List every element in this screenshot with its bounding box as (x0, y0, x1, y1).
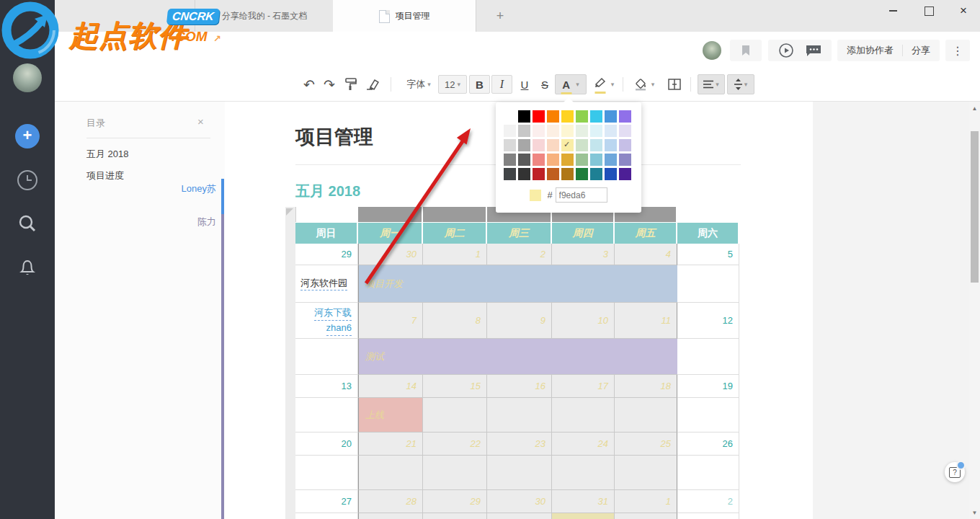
font-color-button[interactable]: A ▾ (555, 74, 587, 94)
calendar-date-cell[interactable]: 14 (358, 375, 423, 398)
insert-table-button[interactable] (664, 68, 685, 100)
day-header-wed[interactable]: 周三 (487, 222, 552, 244)
calendar-date-cell[interactable]: 29 (423, 490, 487, 513)
window-maximize-button[interactable] (918, 0, 940, 22)
underline-button[interactable]: U (516, 68, 533, 100)
window-close-button[interactable]: × (953, 0, 974, 22)
font-family-dropdown[interactable]: 字体 ▾ (401, 68, 437, 100)
calendar-date-cell[interactable]: 15 (423, 375, 487, 398)
share-button[interactable]: 分享 (903, 44, 939, 57)
color-swatch[interactable] (590, 154, 602, 166)
calendar-empty-cell[interactable] (295, 456, 358, 490)
calendar-date-cell[interactable]: 31 (552, 490, 615, 513)
format-painter-button[interactable] (342, 68, 360, 100)
calendar-empty-cell[interactable] (295, 513, 358, 519)
color-swatch[interactable] (576, 139, 588, 151)
calendar-empty-cell[interactable] (487, 456, 552, 490)
recent-button[interactable] (16, 169, 39, 192)
more-menu-button[interactable]: ⋮ (945, 40, 970, 61)
color-swatch[interactable] (561, 154, 574, 166)
calendar-date-cell[interactable]: 3 (552, 244, 615, 265)
new-tab-button[interactable]: + (486, 0, 514, 32)
calendar-empty-cell[interactable] (677, 456, 739, 490)
color-swatch[interactable] (576, 110, 588, 123)
undo-button[interactable]: ↶ (300, 68, 318, 100)
calendar-date-cell[interactable]: 5 (677, 244, 739, 265)
scroll-up-button[interactable]: ▲ (969, 103, 980, 113)
color-swatch[interactable] (547, 139, 559, 151)
day-header-tue[interactable]: 周二 (423, 222, 487, 244)
calendar-date-cell[interactable]: 10 (552, 303, 615, 339)
calendar-date-cell[interactable]: 1 (615, 490, 677, 513)
color-swatch[interactable] (533, 154, 545, 166)
vertical-scrollbar[interactable]: ▲ ▼ (969, 102, 980, 519)
calendar-date-cell[interactable]: 12 (677, 303, 739, 339)
bookmark-button[interactable] (730, 40, 762, 61)
event-cell-launch[interactable]: 上线 (358, 398, 423, 432)
calendar-date-cell[interactable]: 7 (358, 303, 423, 339)
color-swatch[interactable] (518, 168, 530, 180)
calendar-date-cell[interactable]: 1 (423, 244, 487, 265)
calendar-date-cell[interactable]: 4 (615, 244, 677, 265)
table-select-all-handle[interactable] (286, 208, 293, 216)
calendar-date-cell[interactable]: 21 (358, 432, 423, 456)
calendar-empty-cell[interactable] (677, 339, 739, 375)
font-size-dropdown[interactable]: 12 ▾ (438, 75, 467, 94)
color-swatch[interactable]: ✓ (561, 139, 574, 151)
color-swatch[interactable] (504, 168, 516, 180)
search-button[interactable] (16, 212, 39, 235)
color-swatch[interactable] (605, 125, 617, 137)
redo-button[interactable]: ↷ (320, 68, 339, 100)
calendar-date-cell[interactable]: 27 (295, 490, 358, 513)
color-swatch[interactable] (619, 154, 631, 166)
color-swatch[interactable] (533, 168, 545, 180)
hex-color-input[interactable] (556, 187, 607, 203)
calendar-date-cell[interactable]: 30 (487, 490, 552, 513)
calendar-date-cell[interactable]: 22 (423, 432, 487, 456)
calendar-date-cell[interactable]: 16 (487, 375, 552, 398)
calendar-empty-cell[interactable] (423, 398, 487, 432)
close-panel-button[interactable]: × (197, 115, 204, 128)
color-swatch[interactable] (518, 154, 530, 166)
calendar-empty-cell[interactable] (615, 456, 677, 490)
event-cell-test[interactable]: 测试 (358, 339, 677, 375)
italic-button[interactable]: I (491, 75, 512, 94)
calendar-empty-cell[interactable] (487, 513, 552, 519)
tab-project-management[interactable]: 项目管理 (333, 0, 476, 32)
color-swatch[interactable] (547, 125, 559, 137)
profile-avatar[interactable] (13, 63, 42, 92)
color-swatch[interactable] (576, 168, 588, 180)
color-swatch[interactable] (547, 110, 559, 123)
document-title[interactable]: 项目管理 (295, 124, 373, 150)
calendar-empty-cell[interactable] (615, 398, 677, 432)
calendar-empty-cell[interactable] (358, 513, 423, 519)
color-swatch[interactable] (619, 110, 631, 123)
linked-text[interactable]: 河东软件园 (300, 277, 347, 290)
day-header-sun[interactable]: 周日 (295, 222, 358, 244)
color-swatch[interactable] (504, 125, 516, 137)
calendar-date-cell[interactable]: 2 (677, 490, 739, 513)
calendar-date-cell[interactable]: 8 (423, 303, 487, 339)
color-swatch[interactable] (605, 168, 617, 180)
calendar-date-cell[interactable]: 24 (552, 432, 615, 456)
calendar-empty-cell[interactable] (552, 456, 615, 490)
calendar-date-cell[interactable]: 13 (295, 375, 358, 398)
calendar-empty-cell[interactable] (295, 339, 358, 375)
calendar-date-cell[interactable]: 26 (677, 432, 739, 456)
outline-item-may-2018[interactable]: 五月 2018 (86, 148, 129, 161)
create-document-button[interactable]: + (15, 124, 40, 148)
calendar-empty-cell[interactable] (295, 398, 358, 432)
calendar-date-cell[interactable]: 20 (295, 432, 358, 456)
calendar-empty-cell[interactable] (552, 398, 615, 432)
color-swatch[interactable] (590, 168, 602, 180)
color-swatch[interactable] (576, 154, 588, 166)
clear-format-button[interactable] (363, 68, 382, 100)
user-avatar[interactable] (703, 41, 721, 60)
calendar-date-cell[interactable]: 9 (487, 303, 552, 339)
scrollbar-thumb[interactable] (971, 131, 979, 283)
highlight-color-button[interactable]: ▾ (589, 68, 618, 100)
event-cell-partial[interactable] (552, 513, 615, 519)
color-swatch[interactable] (619, 139, 631, 151)
add-collaborator-button[interactable]: 添加协作者 (838, 44, 902, 57)
calendar-empty-cell[interactable] (615, 513, 677, 519)
